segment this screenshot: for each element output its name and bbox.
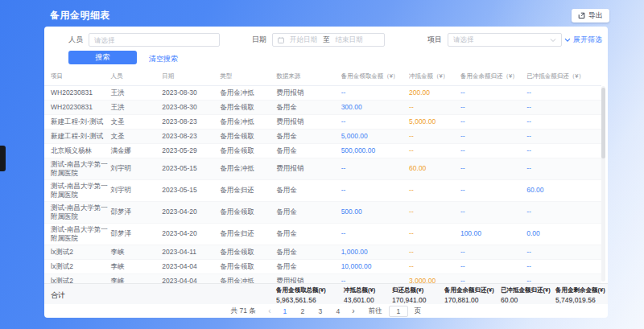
cell-received: 10,000.00 bbox=[341, 259, 409, 273]
cell-date: 2023-04-20 bbox=[162, 201, 220, 223]
search-button[interactable]: 搜索 bbox=[68, 51, 137, 64]
goto-page-input[interactable] bbox=[389, 306, 408, 317]
summary-stat-label: 归还总额(¥) bbox=[392, 286, 427, 294]
summary-stat-value: 5,749,019.56 bbox=[555, 296, 605, 304]
cell-source: 备用金 bbox=[276, 143, 341, 158]
export-button[interactable]: 导出 bbox=[572, 9, 609, 23]
cell-type: 备用金领取 bbox=[220, 100, 276, 114]
cell-offset-return: -- bbox=[526, 114, 601, 129]
summary-stat-value: 170,941.00 bbox=[392, 296, 427, 304]
cell-received: -- bbox=[341, 85, 409, 100]
cell-type: 备用金冲抵 bbox=[220, 158, 276, 179]
summary-stat-value: 60.00 bbox=[501, 296, 551, 304]
summary-stat: 冲抵总额(¥)43,601.00 bbox=[344, 286, 375, 304]
table-row: WH20230831王洪2023-08-30备用金领取备用金300.00----… bbox=[44, 100, 601, 114]
summary-total-label: 合计 bbox=[51, 290, 65, 301]
cell-offset-return: -- bbox=[526, 273, 601, 283]
column-header: 数据来源 bbox=[276, 68, 341, 85]
cell-source: 费用报销 bbox=[276, 85, 341, 100]
cell-balance-return: 100.00 bbox=[460, 223, 526, 245]
column-header: 类型 bbox=[220, 68, 276, 85]
cell-person: 文圣 bbox=[110, 129, 162, 143]
summary-stat-label: 备用金领取总额(¥) bbox=[276, 286, 326, 294]
cell-person: 满金娜 bbox=[110, 143, 162, 158]
cell-project: lx测试2 bbox=[44, 245, 110, 259]
cell-type: 备用金冲抵 bbox=[220, 85, 276, 100]
page-title: 备用金明细表 bbox=[50, 9, 110, 23]
summary-stat-label: 已冲抵金额归还(¥) bbox=[501, 286, 551, 294]
date-start-placeholder[interactable]: 开始日期 bbox=[290, 35, 317, 45]
scrollbar-thumb[interactable] bbox=[601, 88, 605, 158]
sidebar-collapsed-handle[interactable] bbox=[0, 146, 6, 171]
cell-type: 备用金归还 bbox=[220, 223, 276, 245]
expand-filters-link[interactable]: 展开筛选 bbox=[564, 35, 602, 45]
filter-area: 人员 日期 开始日期 至 结束日期 项目 请选择 bbox=[44, 27, 608, 68]
table-row: 测试-南昌大学第一附属医院邵梦泽2023-04-20备用金归还备用金----10… bbox=[44, 223, 601, 245]
cell-project: 新建工程-刘-测试 bbox=[44, 114, 110, 129]
summary-stat: 备用金领取总额(¥)5,963,561.56 bbox=[276, 286, 326, 304]
cell-offset: -- bbox=[409, 129, 460, 143]
page-button[interactable]: 1 bbox=[280, 307, 290, 315]
cell-received: 500,000.00 bbox=[341, 143, 409, 158]
date-end-placeholder[interactable]: 结束日期 bbox=[336, 35, 363, 45]
prev-page-button[interactable]: ‹ bbox=[266, 307, 274, 315]
cell-balance-return: -- bbox=[460, 143, 526, 158]
cell-received: -- bbox=[341, 158, 409, 179]
cell-offset-return: -- bbox=[526, 100, 601, 114]
summary-stat-value: 170,881.00 bbox=[444, 296, 494, 304]
cell-person: 邵梦泽 bbox=[110, 201, 162, 223]
cell-date: 2023-08-30 bbox=[162, 85, 220, 100]
chevron-down-icon bbox=[550, 38, 556, 43]
cell-date: 2023-08-30 bbox=[162, 100, 220, 114]
table-row: 测试-南昌大学第一附属医院邵梦泽2023-04-20备用金领取备用金500.00… bbox=[44, 201, 601, 223]
cell-project: 测试-南昌大学第一附属医院 bbox=[44, 201, 110, 223]
clear-search-link[interactable]: 清空搜索 bbox=[149, 54, 178, 64]
person-filter-label: 人员 bbox=[68, 35, 83, 45]
summary-stat-label: 冲抵总额(¥) bbox=[344, 286, 375, 294]
cell-received: -- bbox=[341, 223, 409, 245]
expand-filters-label: 展开筛选 bbox=[573, 35, 602, 45]
date-separator: 至 bbox=[323, 35, 330, 45]
page-button[interactable]: 4 bbox=[333, 307, 343, 315]
detail-table: 项目人员日期类型数据来源备用金领取金额（¥）冲抵金额（¥）备用金余额归还（¥）已… bbox=[44, 68, 601, 283]
cell-balance-return: -- bbox=[460, 273, 526, 283]
cell-date: 2023-05-15 bbox=[162, 158, 220, 179]
cell-project: 北京顺义杨林 bbox=[44, 143, 110, 158]
column-header: 人员 bbox=[110, 68, 162, 85]
cell-project: 测试-南昌大学第一附属医院 bbox=[44, 158, 110, 179]
chevron-down-icon bbox=[564, 38, 571, 43]
cell-offset-return: -- bbox=[526, 85, 601, 100]
cell-offset-return: -- bbox=[526, 158, 601, 179]
date-range-picker[interactable]: 开始日期 至 结束日期 bbox=[272, 33, 385, 47]
cell-source: 备用金 bbox=[276, 179, 341, 201]
cell-project: WH20230831 bbox=[44, 100, 110, 114]
cell-received: 500.00 bbox=[341, 201, 409, 223]
cell-person: 李峡 bbox=[110, 273, 162, 283]
summary-stat: 备用金剩余金额(¥)5,749,019.56 bbox=[555, 286, 605, 304]
cell-offset: -- bbox=[409, 201, 460, 223]
page-button[interactable]: 3 bbox=[316, 307, 325, 315]
cell-date: 2023-05-29 bbox=[162, 143, 220, 158]
cell-source: 费用报销 bbox=[276, 273, 341, 283]
summary-stat: 归还总额(¥)170,941.00 bbox=[392, 286, 427, 304]
next-page-button[interactable]: › bbox=[349, 307, 357, 315]
cell-person: 刘宇明 bbox=[110, 179, 162, 201]
person-select-input[interactable] bbox=[89, 33, 220, 47]
project-filter-label: 项目 bbox=[427, 35, 442, 45]
cell-received: -- bbox=[341, 179, 409, 201]
date-filter-label: 日期 bbox=[252, 35, 266, 45]
column-header: 备用金领取金额（¥） bbox=[341, 68, 409, 85]
cell-offset-return: -- bbox=[526, 201, 601, 223]
cell-offset-return: -- bbox=[526, 143, 601, 158]
summary-stat: 已冲抵金额归还(¥)60.00 bbox=[501, 286, 551, 304]
cell-received: 300.00 bbox=[341, 100, 409, 114]
cell-date: 2023-08-23 bbox=[162, 114, 220, 129]
cell-type: 备用金领取 bbox=[220, 259, 276, 273]
project-select[interactable]: 请选择 bbox=[448, 33, 562, 47]
cell-date: 2023-04-04 bbox=[162, 273, 220, 283]
table-row: 测试-南昌大学第一附属医院刘宇明2023-05-15备用金归还备用金------… bbox=[44, 179, 601, 201]
page-button[interactable]: 2 bbox=[298, 307, 308, 315]
cell-balance-return: -- bbox=[460, 85, 526, 100]
cell-offset-return: -- bbox=[526, 245, 601, 259]
table-row: 北京顺义杨林满金娜2023-05-29备用金领取备用金500,000.00---… bbox=[44, 143, 601, 158]
